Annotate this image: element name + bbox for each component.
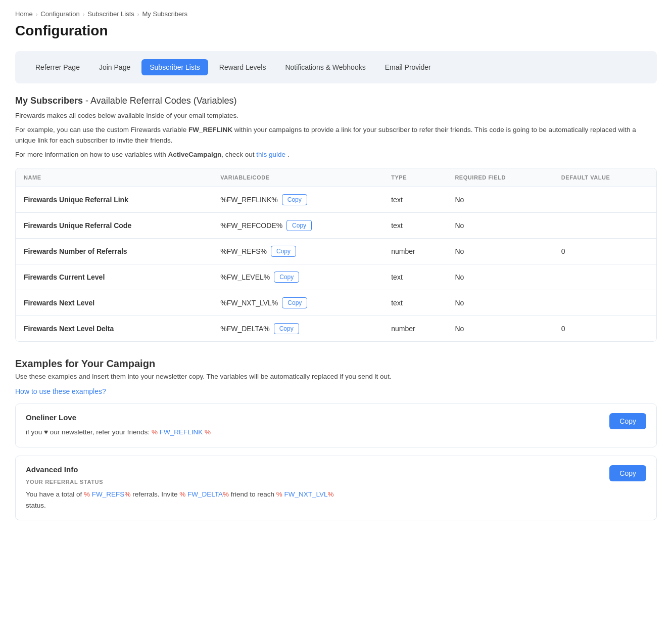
breadcrumb-sep-2: ›	[83, 11, 85, 17]
col-name: NAME	[16, 168, 212, 187]
col-required: REQUIRED FIELD	[447, 168, 553, 187]
variable-code-5: %FW_DELTA%	[220, 325, 270, 333]
breadcrumb-sep-3: ›	[137, 11, 139, 17]
variable-code-3: %FW_LEVEL%	[220, 273, 270, 281]
cell-type-5: number	[383, 316, 447, 342]
oneliner-love-card: Oneliner Love Copy if you ♥ our newslett…	[15, 403, 657, 447]
page-title: Configuration	[15, 23, 657, 39]
cell-type-1: text	[383, 213, 447, 239]
cell-name-5: Firewards Next Level Delta	[16, 316, 212, 342]
copy-button-4[interactable]: Copy	[282, 297, 307, 308]
breadcrumb-subscriber-lists[interactable]: Subscriber Lists	[87, 10, 134, 18]
variable-code-4: %FW_NXT_LVL%	[220, 299, 278, 307]
cell-variable-4: %FW_NXT_LVL% Copy	[212, 290, 383, 316]
table-row: Firewards Number of Referrals %FW_REFS% …	[16, 239, 656, 264]
subscribers-title-suffix: - Available Referral Codes (Variables)	[83, 96, 236, 106]
breadcrumb-current: My Subscribers	[142, 10, 188, 18]
cell-variable-3: %FW_LEVEL% Copy	[212, 264, 383, 290]
cell-default-2: 0	[553, 239, 656, 264]
breadcrumb-sep-1: ›	[36, 11, 38, 17]
copy-button-0[interactable]: Copy	[282, 194, 307, 205]
cell-type-2: number	[383, 239, 447, 264]
cell-default-3	[553, 264, 656, 290]
table-row: Firewards Unique Referral Link %FW_REFLI…	[16, 187, 656, 213]
col-type: TYPE	[383, 168, 447, 187]
variable-code-0: %FW_REFLINK%	[220, 196, 278, 204]
cell-variable-1: %FW_REFCODE% Copy	[212, 213, 383, 239]
subscribers-section-title: My Subscribers - Available Referral Code…	[15, 96, 657, 106]
copy-button-2[interactable]: Copy	[271, 246, 296, 257]
cell-default-0	[553, 187, 656, 213]
examples-section: Examples for Your Campaign Use these exa…	[15, 358, 657, 520]
cell-required-3: No	[447, 264, 553, 290]
cell-required-4: No	[447, 290, 553, 316]
table-row: Firewards Next Level Delta %FW_DELTA% Co…	[16, 316, 656, 342]
subscribers-title-bold: My Subscribers	[15, 96, 83, 106]
col-default: DEFAULT VALUE	[553, 168, 656, 187]
oneliner-title: Oneliner Love	[26, 413, 646, 422]
advanced-info-copy-button[interactable]: Copy	[609, 465, 646, 481]
col-variable: VARIABLE/CODE	[212, 168, 383, 187]
table-row: Firewards Current Level %FW_LEVEL% Copy …	[16, 264, 656, 290]
tab-subscriber-lists[interactable]: Subscriber Lists	[141, 59, 208, 75]
tab-reward-levels[interactable]: Reward Levels	[211, 59, 274, 75]
cell-required-5: No	[447, 316, 553, 342]
cell-default-5: 0	[553, 316, 656, 342]
cell-required-0: No	[447, 187, 553, 213]
cell-name-3: Firewards Current Level	[16, 264, 212, 290]
cell-name-2: Firewards Number of Referrals	[16, 239, 212, 264]
cell-required-2: No	[447, 239, 553, 264]
cell-type-0: text	[383, 187, 447, 213]
this-guide-link[interactable]: this guide	[256, 151, 285, 158]
tabs-container: Referrer Page Join Page Subscriber Lists…	[15, 51, 657, 83]
variables-table-container: NAME VARIABLE/CODE TYPE REQUIRED FIELD D…	[15, 168, 657, 342]
cell-type-4: text	[383, 290, 447, 316]
breadcrumb-configuration[interactable]: Configuration	[40, 10, 79, 18]
advanced-info-card: Advanced Info Copy YOUR REFERRAL STATUS …	[15, 456, 657, 520]
tab-notifications-webhooks[interactable]: Notifications & Webhooks	[277, 59, 373, 75]
cell-type-3: text	[383, 264, 447, 290]
variable-code-1: %FW_REFCODE%	[220, 221, 282, 230]
cell-required-1: No	[447, 213, 553, 239]
desc-line3: For more information on how to use varia…	[15, 149, 657, 160]
breadcrumb: Home › Configuration › Subscriber Lists …	[15, 10, 657, 18]
advanced-info-subtitle: YOUR REFERRAL STATUS	[26, 479, 646, 485]
cell-name-1: Firewards Unique Referral Code	[16, 213, 212, 239]
cell-variable-5: %FW_DELTA% Copy	[212, 316, 383, 342]
table-header-row: NAME VARIABLE/CODE TYPE REQUIRED FIELD D…	[16, 168, 656, 187]
table-row: Firewards Next Level %FW_NXT_LVL% Copy t…	[16, 290, 656, 316]
cell-name-4: Firewards Next Level	[16, 290, 212, 316]
oneliner-body: if you ♥ our newsletter, refer your frie…	[26, 427, 646, 438]
advanced-info-title: Advanced Info	[26, 465, 646, 474]
cell-variable-0: %FW_REFLINK% Copy	[212, 187, 383, 213]
cell-default-4	[553, 290, 656, 316]
advanced-info-body: You have a total of % FW_REFS% referrals…	[26, 489, 646, 511]
copy-button-5[interactable]: Copy	[274, 323, 299, 334]
variable-code-2: %FW_REFS%	[220, 247, 267, 255]
cell-default-1	[553, 213, 656, 239]
copy-button-3[interactable]: Copy	[274, 272, 299, 283]
cell-name-0: Firewards Unique Referral Link	[16, 187, 212, 213]
variables-table: NAME VARIABLE/CODE TYPE REQUIRED FIELD D…	[16, 168, 656, 341]
examples-title: Examples for Your Campaign	[15, 358, 657, 370]
cell-variable-2: %FW_REFS% Copy	[212, 239, 383, 264]
subscribers-section: My Subscribers - Available Referral Code…	[15, 96, 657, 342]
desc-line1: Firewards makes all codes below availabl…	[15, 110, 657, 121]
how-to-link[interactable]: How to use these examples?	[15, 387, 106, 395]
oneliner-copy-button[interactable]: Copy	[609, 413, 646, 429]
copy-button-1[interactable]: Copy	[286, 220, 312, 231]
desc-line2: For example, you can use the custom Fire…	[15, 124, 657, 146]
tab-referrer-page[interactable]: Referrer Page	[27, 59, 88, 75]
examples-desc: Use these examples and insert them into …	[15, 373, 657, 380]
tab-join-page[interactable]: Join Page	[91, 59, 138, 75]
table-row: Firewards Unique Referral Code %FW_REFCO…	[16, 213, 656, 239]
tab-email-provider[interactable]: Email Provider	[377, 59, 439, 75]
breadcrumb-home[interactable]: Home	[15, 10, 33, 18]
